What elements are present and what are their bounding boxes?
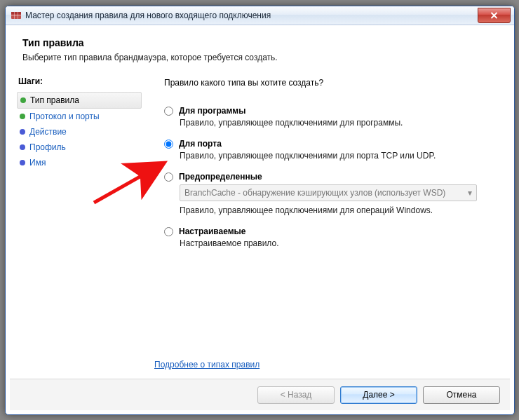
option-label: Настраиваемые — [179, 226, 245, 236]
radio-port[interactable] — [164, 140, 173, 149]
step-label: Протокол и порты — [29, 111, 100, 121]
next-button[interactable]: Далее > — [340, 386, 417, 404]
titlebar[interactable]: Мастер создания правила для нового входя… — [6, 6, 514, 25]
combo-value: BranchCache - обнаружение кэширующих узл… — [184, 188, 445, 198]
page-title: Тип правила — [22, 37, 499, 48]
main-panel: Правило какого типа вы хотите создать? Д… — [144, 71, 510, 379]
window-title: Мастер создания правила для нового входя… — [25, 11, 478, 20]
option-row-port[interactable]: Для порта — [164, 139, 492, 149]
steps-heading: Шаги: — [18, 76, 142, 86]
step-4[interactable]: Имя — [17, 155, 142, 170]
svg-rect-3 — [14, 12, 15, 19]
option-label: Предопределенные — [179, 172, 262, 182]
client-area: Тип правила Выберите тип правила брандма… — [10, 27, 510, 410]
learn-more-link[interactable]: Подробнее о типах правил — [154, 360, 260, 370]
step-2[interactable]: Действие — [17, 124, 142, 140]
step-1[interactable]: Протокол и порты — [17, 109, 142, 124]
chevron-down-icon: ▾ — [468, 188, 472, 198]
option-custom: НастраиваемыеНастраиваемое правило. — [164, 226, 492, 248]
option-row-predef[interactable]: Предопределенные — [164, 172, 492, 182]
back-button[interactable]: < Назад — [257, 386, 335, 404]
option-row-custom[interactable]: Настраиваемые — [164, 226, 492, 236]
step-0: Тип правила — [17, 92, 142, 109]
option-port: Для портаПравило, управляющее подключени… — [164, 139, 492, 161]
option-desc: Настраиваемое правило. — [180, 238, 492, 248]
cancel-button[interactable]: Отмена — [423, 386, 500, 404]
svg-rect-4 — [18, 12, 18, 19]
page-header: Тип правила Выберите тип правила брандма… — [10, 27, 510, 69]
step-bullet-icon — [20, 144, 25, 150]
option-desc: Правило, управляющее подключениями для п… — [180, 118, 492, 128]
steps-sidebar: Шаги: Тип правилаПротокол и портыДействи… — [10, 71, 144, 379]
option-label: Для программы — [179, 106, 245, 116]
radio-custom[interactable] — [164, 227, 173, 236]
rule-type-question: Правило какого типа вы хотите создать? — [164, 78, 492, 88]
wizard-footer: < Назад Далее > Отмена — [10, 379, 510, 410]
page-subtitle: Выберите тип правила брандмауэра, которо… — [22, 53, 499, 62]
step-bullet-icon — [20, 97, 26, 103]
option-desc: Правило, управляющее подключениями для о… — [180, 205, 492, 215]
firewall-icon — [11, 10, 22, 21]
svg-rect-2 — [11, 15, 21, 16]
radio-predef[interactable] — [164, 172, 173, 182]
step-bullet-icon — [20, 160, 25, 165]
option-row-program[interactable]: Для программы — [164, 106, 492, 116]
step-3[interactable]: Профиль — [17, 140, 142, 155]
step-label: Действие — [29, 127, 67, 137]
step-bullet-icon — [20, 114, 25, 119]
step-label: Тип правила — [30, 95, 79, 105]
radio-program[interactable] — [164, 107, 173, 116]
step-bullet-icon — [20, 129, 25, 135]
step-label: Профиль — [29, 142, 66, 152]
option-predef: ПредопределенныеBranchCache - обнаружени… — [164, 172, 492, 215]
predefined-combo[interactable]: BranchCache - обнаружение кэширующих узл… — [180, 184, 477, 201]
option-desc: Правило, управляющее подключениями для п… — [180, 151, 492, 161]
step-label: Имя — [29, 158, 46, 168]
wizard-dialog: Мастер создания правила для нового входя… — [5, 6, 515, 415]
svg-rect-1 — [11, 12, 21, 14]
close-button[interactable] — [478, 8, 511, 23]
option-program: Для программыПравило, управляющее подклю… — [164, 106, 492, 128]
option-label: Для порта — [179, 139, 222, 149]
